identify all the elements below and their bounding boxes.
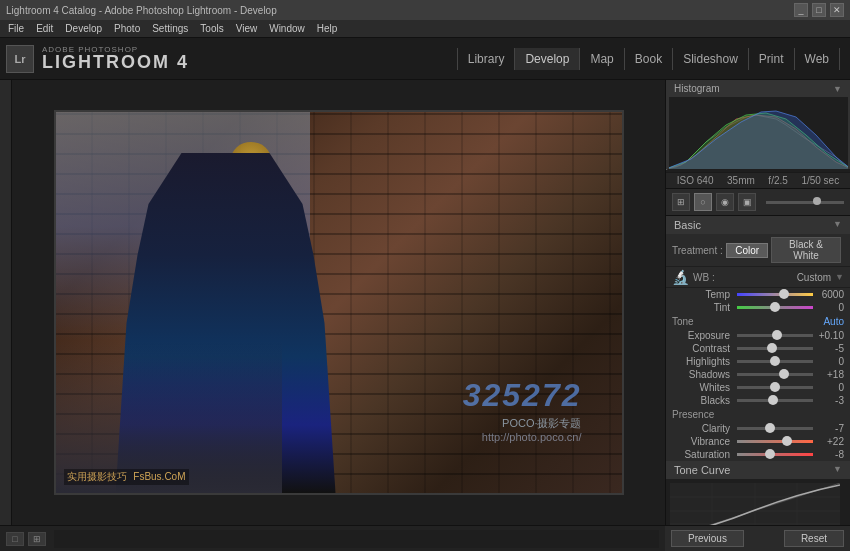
basic-title: Basic (674, 219, 701, 231)
nav-print[interactable]: Print (749, 48, 795, 70)
photo-background: 325272 POCO·摄影专题 http://photo.poco.cn/ 实… (56, 112, 622, 493)
blacks-track[interactable] (737, 399, 813, 402)
menu-edit[interactable]: Edit (36, 23, 53, 34)
filmstrip: □ ⊞ (0, 525, 665, 551)
nav-develop[interactable]: Develop (515, 48, 580, 70)
nav-slideshow[interactable]: Slideshow (673, 48, 749, 70)
tint-thumb[interactable] (770, 302, 780, 312)
maximize-button[interactable]: □ (812, 3, 826, 17)
temp-thumb[interactable] (779, 289, 789, 299)
focal-length: 35mm (727, 175, 755, 186)
brand-url: FsBus.CoM (133, 471, 185, 482)
menu-view[interactable]: View (236, 23, 258, 34)
menu-file[interactable]: File (8, 23, 24, 34)
previous-button[interactable]: Previous (671, 530, 744, 547)
watermark-url: http://photo.poco.cn/ (463, 431, 582, 443)
menu-settings[interactable]: Settings (152, 23, 188, 34)
bw-button[interactable]: Black & White (771, 237, 841, 263)
presence-label: Presence (672, 409, 714, 420)
nav-map[interactable]: Map (580, 48, 624, 70)
whites-value: 0 (816, 382, 844, 393)
gradient-tool[interactable]: ▣ (738, 193, 756, 211)
shadows-track[interactable] (737, 373, 813, 376)
whites-track[interactable] (737, 386, 813, 389)
exposure-value: +0.10 (816, 330, 844, 341)
highlights-track[interactable] (737, 360, 813, 363)
exposure-label: Exposure (672, 330, 734, 341)
filmstrip-grid-icon[interactable]: ⊞ (28, 532, 46, 546)
contrast-track[interactable] (737, 347, 813, 350)
vibrance-value: +22 (816, 436, 844, 447)
photo-frame: 325272 POCO·摄影专题 http://photo.poco.cn/ 实… (54, 110, 624, 495)
minimize-button[interactable]: _ (794, 3, 808, 17)
tool-slider-thumb[interactable] (813, 197, 821, 205)
menu-develop[interactable]: Develop (65, 23, 102, 34)
histogram-header[interactable]: Histogram ▼ (666, 80, 850, 97)
contrast-row: Contrast -5 (666, 342, 850, 355)
tone-curve-preview (666, 479, 850, 525)
menu-window[interactable]: Window (269, 23, 305, 34)
tool-slider[interactable] (766, 201, 844, 204)
menu-help[interactable]: Help (317, 23, 338, 34)
close-button[interactable]: ✕ (830, 3, 844, 17)
exposure-track[interactable] (737, 334, 813, 337)
vibrance-thumb[interactable] (782, 436, 792, 446)
menu-bar: File Edit Develop Photo Settings Tools V… (0, 20, 850, 38)
reset-button[interactable]: Reset (784, 530, 844, 547)
tone-auto[interactable]: Auto (823, 316, 844, 327)
basic-section-header[interactable]: Basic ▼ (666, 216, 850, 234)
poco-label: POCO·摄影专题 (463, 416, 582, 431)
tone-curve-header[interactable]: Tone Curve ▼ (666, 461, 850, 479)
saturation-thumb[interactable] (765, 449, 775, 459)
shadows-label: Shadows (672, 369, 734, 380)
saturation-track[interactable] (737, 453, 813, 456)
watermark: 325272 POCO·摄影专题 http://photo.poco.cn/ (463, 377, 582, 443)
redeye-tool[interactable]: ◉ (716, 193, 734, 211)
menu-photo[interactable]: Photo (114, 23, 140, 34)
clarity-value: -7 (816, 423, 844, 434)
eyedropper-icon[interactable]: 🔬 (672, 269, 689, 285)
blacks-row: Blacks -3 (666, 394, 850, 407)
crop-tool[interactable]: ⊞ (672, 193, 690, 211)
highlights-thumb[interactable] (770, 356, 780, 366)
temp-track[interactable] (737, 293, 813, 296)
clarity-track[interactable] (737, 427, 813, 430)
nav-web[interactable]: Web (795, 48, 840, 70)
tone-header: Tone Auto (666, 314, 850, 329)
brand-text: 实用摄影技巧 (67, 471, 127, 482)
whites-thumb[interactable] (770, 382, 780, 392)
histogram-section: Histogram ▼ (666, 80, 850, 173)
filmstrip-view-icon[interactable]: □ (6, 532, 24, 546)
filmstrip-icons: □ ⊞ (6, 532, 46, 546)
blacks-thumb[interactable] (768, 395, 778, 405)
temp-value: 6000 (816, 289, 844, 300)
color-button[interactable]: Color (726, 243, 768, 258)
clarity-label: Clarity (672, 423, 734, 434)
shadows-thumb[interactable] (779, 369, 789, 379)
clarity-row: Clarity -7 (666, 422, 850, 435)
aperture-value: f/2.5 (768, 175, 787, 186)
clarity-thumb[interactable] (765, 423, 775, 433)
histogram-svg (666, 97, 850, 172)
nav-library[interactable]: Library (457, 48, 516, 70)
histogram-canvas (666, 97, 850, 172)
spot-removal-tool[interactable]: ○ (694, 193, 712, 211)
tint-label: Tint (672, 302, 734, 313)
menu-tools[interactable]: Tools (200, 23, 223, 34)
contrast-thumb[interactable] (767, 343, 777, 353)
lr-badge: Lr (6, 45, 34, 73)
exposure-thumb[interactable] (772, 330, 782, 340)
window-controls[interactable]: _ □ ✕ (794, 3, 844, 17)
filmstrip-scroll[interactable] (54, 530, 659, 548)
histogram-title: Histogram (674, 83, 720, 94)
wb-dropdown-arrow[interactable]: ▼ (835, 272, 844, 282)
highlights-value: 0 (816, 356, 844, 367)
highlights-row: Highlights 0 (666, 355, 850, 368)
window-title: Lightroom 4 Catalog - Adobe Photoshop Li… (6, 5, 277, 16)
treatment-label: Treatment : (672, 245, 726, 256)
tint-track[interactable] (737, 306, 813, 309)
nav-links: Library Develop Map Book Slideshow Print… (457, 48, 840, 70)
nav-book[interactable]: Book (625, 48, 673, 70)
vibrance-track[interactable] (737, 440, 813, 443)
wb-label: WB : (693, 272, 743, 283)
